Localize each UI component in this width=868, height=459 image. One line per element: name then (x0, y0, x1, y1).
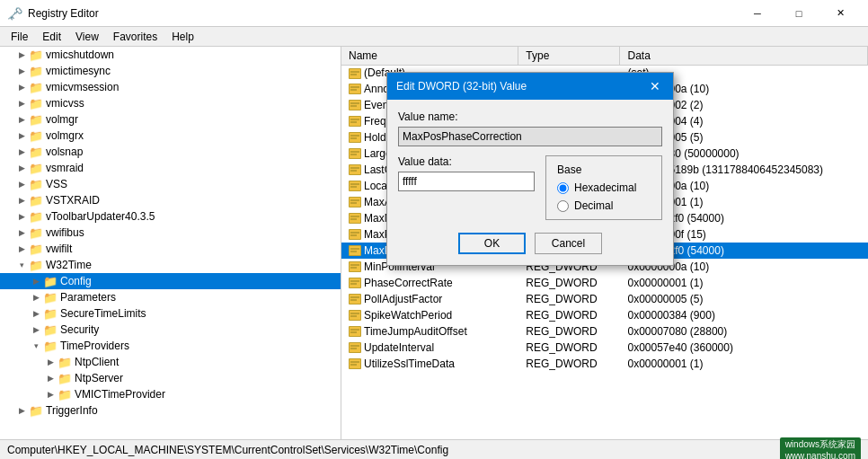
svg-rect-59 (350, 299, 357, 301)
tree-item-triggerinfo[interactable]: ▶📁TriggerInfo (0, 402, 341, 419)
tree-toggle: ▶ (14, 83, 29, 92)
folder-icon: 📁 (29, 194, 43, 207)
tree-toggle: ▶ (14, 50, 29, 59)
menu-view[interactable]: View (68, 27, 106, 46)
reg-value-icon (349, 357, 361, 370)
edit-dword-dialog[interactable]: Edit DWORD (32-bit) Value ✕ Value name: … (386, 72, 674, 266)
tree-toggle: ▶ (14, 66, 29, 75)
table-row[interactable]: UtilizeSslTimeDataREG_DWORD0x00000001 (1… (341, 356, 868, 372)
value-data-input[interactable] (398, 172, 535, 191)
cell-type: REG_DWORD (518, 275, 620, 291)
regedit-icon: 🗝️ (7, 6, 22, 21)
reg-value-icon (349, 309, 361, 322)
tree-item-volsnap[interactable]: ▶📁volsnap (0, 144, 341, 160)
svg-rect-38 (350, 216, 359, 217)
tree-label: NtpServer (75, 372, 123, 384)
folder-icon: 📁 (29, 226, 43, 240)
window-controls: ─ □ ✕ (737, 0, 861, 27)
tree-item-vmicvmsession[interactable]: ▶📁vmicvmsession (0, 79, 341, 95)
menu-favorites[interactable]: Favorites (106, 27, 164, 46)
table-row[interactable]: SpikeWatchPeriodREG_DWORD0x00000384 (900… (341, 307, 868, 323)
cell-name-text: PhaseCorrectRate (364, 277, 453, 289)
ok-button[interactable]: OK (458, 233, 526, 254)
svg-rect-31 (350, 186, 357, 188)
tree-item-ntpclient[interactable]: ▶📁NtpClient (0, 354, 341, 370)
tree-item-security[interactable]: ▶📁Security (0, 322, 341, 338)
tree-item-securetimelimits[interactable]: ▶📁SecureTimeLimits (0, 305, 341, 322)
tree-toggle: ▶ (29, 293, 43, 302)
tree-toggle: ▶ (14, 180, 29, 189)
folder-icon: 📁 (58, 356, 72, 369)
tree-label: NtpClient (75, 356, 119, 368)
minimize-button[interactable]: ─ (737, 0, 778, 27)
dialog-close-button[interactable]: ✕ (646, 77, 664, 95)
tree-item-timeproviders[interactable]: ▾📁TimeProviders (0, 338, 341, 354)
menu-help[interactable]: Help (164, 27, 201, 46)
tree-item-vstxraid[interactable]: ▶📁VSTXRAID (0, 192, 341, 208)
svg-rect-50 (350, 264, 359, 266)
svg-rect-62 (350, 313, 359, 314)
svg-rect-14 (350, 119, 359, 120)
maximize-button[interactable]: □ (778, 0, 819, 27)
table-row[interactable]: PhaseCorrectRateREG_DWORD0x00000001 (1) (341, 275, 868, 291)
tree-label: vsmraid (46, 162, 84, 174)
table-row[interactable]: UpdateIntervalREG_DWORD0x00057e40 (36000… (341, 340, 868, 356)
col-type: Type (518, 47, 620, 65)
value-name-input[interactable] (398, 127, 662, 146)
folder-icon: 📁 (29, 146, 43, 159)
watermark-text: windows系统家园 www.nanshu.com (780, 437, 861, 459)
tree-toggle: ▾ (14, 260, 29, 269)
tree-item-w32time[interactable]: ▾📁W32Time (0, 257, 341, 273)
tree-item-vsmraid[interactable]: ▶📁vsmraid (0, 160, 341, 176)
svg-rect-74 (350, 361, 359, 363)
svg-rect-7 (350, 89, 357, 91)
tree-item-vwifilt[interactable]: ▶📁vwifilt (0, 241, 341, 257)
watermark: windows系统家园 www.nanshu.com (780, 437, 861, 459)
table-row[interactable]: TimeJumpAuditOffsetREG_DWORD0x00007080 (… (341, 323, 868, 340)
folder-icon: 📁 (43, 323, 58, 337)
tree-item-vmictimesync[interactable]: ▶📁vmictimesync (0, 63, 341, 79)
tree-toggle: ▶ (14, 99, 29, 108)
svg-rect-58 (350, 296, 359, 298)
hexadecimal-option[interactable]: Hexadecimal (557, 181, 651, 194)
tree-item-volmgrx[interactable]: ▶📁volmgrx (0, 128, 341, 144)
tree-label: vmictimesync (46, 65, 111, 77)
decimal-option[interactable]: Decimal (557, 199, 651, 212)
folder-icon: 📁 (29, 210, 43, 224)
dialog-buttons: OK Cancel (398, 233, 662, 254)
close-button[interactable]: ✕ (819, 0, 861, 27)
menu-edit[interactable]: Edit (35, 27, 68, 46)
decimal-radio[interactable] (557, 200, 569, 212)
tree-item-vtoolbarupdater40.3.5[interactable]: ▶📁vToolbarUpdater40.3.5 (0, 208, 341, 225)
svg-rect-46 (350, 248, 359, 250)
tree-label: vmicvmsession (46, 81, 119, 93)
tree-toggle: ▶ (43, 374, 58, 383)
cancel-button[interactable]: Cancel (535, 233, 602, 254)
tree-item-volmgr[interactable]: ▶📁volmgr (0, 111, 341, 128)
hexadecimal-radio[interactable] (557, 182, 569, 194)
reg-value-icon (349, 293, 361, 305)
registry-tree[interactable]: ▶📁vmicshutdown▶📁vmictimesync▶📁vmicvmsess… (0, 47, 341, 439)
cell-name: PhaseCorrectRate (341, 275, 518, 291)
tree-item-config[interactable]: ▶📁Config (0, 273, 341, 289)
tree-item-parameters[interactable]: ▶📁Parameters (0, 289, 341, 305)
folder-icon: 📁 (29, 49, 43, 62)
tree-item-vmictimeprovider[interactable]: ▶📁VMICTimeProvider (0, 386, 341, 402)
tree-toggle: ▶ (29, 309, 43, 318)
tree-label: Config (60, 275, 92, 287)
table-row[interactable]: PollAdjustFactorREG_DWORD0x00000005 (5) (341, 291, 868, 307)
status-path: Computer\HKEY_LOCAL_MACHINE\SYSTEM\Curre… (7, 444, 448, 456)
tree-item-vwifibus[interactable]: ▶📁vwifibus (0, 225, 341, 241)
value-name-label: Value name: (398, 110, 662, 123)
tree-item-vss[interactable]: ▶📁VSS (0, 176, 341, 192)
tree-label: TriggerInfo (46, 404, 98, 417)
tree-item-vmicvss[interactable]: ▶📁vmicvss (0, 95, 341, 111)
menu-file[interactable]: File (4, 27, 35, 46)
hexadecimal-label: Hexadecimal (574, 181, 636, 194)
tree-label: Parameters (60, 291, 116, 304)
tree-item-ntpserver[interactable]: ▶📁NtpServer (0, 370, 341, 386)
tree-toggle: ▶ (14, 212, 29, 221)
tree-item-vmicshutdown[interactable]: ▶📁vmicshutdown (0, 47, 341, 63)
folder-icon: 📁 (29, 129, 43, 143)
folder-icon: 📁 (43, 307, 58, 321)
